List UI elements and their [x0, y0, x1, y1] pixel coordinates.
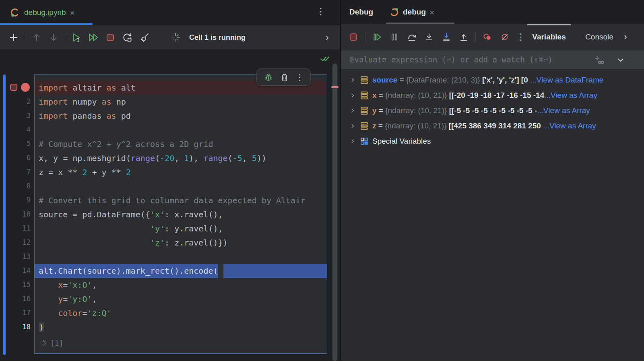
- variable-value: [[-20 -19 -18 -17 -16 -15 -14: [449, 91, 545, 100]
- line-number-4: 4: [0, 123, 31, 137]
- force-step-into-button[interactable]: [441, 31, 452, 43]
- code-line-11[interactable]: 'y': y.ravel(),: [35, 222, 327, 236]
- all-cells-ok-icon: [320, 55, 330, 63]
- notebook-cell[interactable]: import altair as altimport numpy as npim…: [34, 74, 327, 354]
- tab-variables[interactable]: Variables: [527, 24, 571, 50]
- line-number-14: 14: [0, 264, 31, 278]
- active-tab-indicator: [0, 23, 93, 25]
- stop-cell-gutter-icon[interactable]: [10, 83, 18, 91]
- code-line-13[interactable]: [35, 250, 327, 264]
- run-all-cells-button[interactable]: [88, 32, 99, 43]
- step-out-button[interactable]: [458, 31, 469, 43]
- code-line-7[interactable]: z = x ** 2 + y ** 2: [35, 165, 327, 179]
- view-as-link[interactable]: ...View as DataFrame: [530, 76, 603, 85]
- dataframe-icon: [360, 76, 369, 85]
- debug-header: Debug debug ×: [341, 0, 644, 24]
- code-line-2[interactable]: import numpy as np: [35, 95, 327, 109]
- line-number-11: 11: [0, 221, 31, 235]
- resume-program-button[interactable]: [372, 31, 383, 43]
- restart-kernel-button[interactable]: [122, 32, 133, 43]
- code-line-10[interactable]: source = pd.DataFrame({'x': x.ravel(),: [35, 208, 327, 222]
- tab-debug-ipynb[interactable]: debug.ipynb ×: [6, 0, 79, 25]
- caret-block: [218, 264, 223, 278]
- expand-chevron-icon[interactable]: [349, 138, 356, 144]
- array-icon: [360, 122, 369, 130]
- expand-chevron-icon[interactable]: [349, 123, 356, 129]
- expand-chevron-icon[interactable]: [349, 107, 356, 114]
- variable-type: {DataFrame: (210, 3)}: [406, 76, 482, 85]
- tree-row-z[interactable]: z = {ndarray: (10, 21)} [[425 386 349 31…: [341, 118, 644, 134]
- tab-console[interactable]: Console: [581, 24, 617, 50]
- view-as-link[interactable]: ...View as Array: [543, 122, 596, 130]
- view-breakpoints-button[interactable]: [482, 31, 493, 43]
- editor-scrollbar[interactable]: [332, 64, 337, 361]
- code-line-15[interactable]: x='x:O',: [35, 278, 327, 292]
- chevron-right-icon[interactable]: ›: [624, 24, 627, 50]
- code-line-6[interactable]: x, y = np.meshgrid(range(-20, 1), range(…: [35, 151, 327, 165]
- notebook-toolbar: Cell 1 is running ›: [0, 25, 340, 50]
- line-number-16: 16: [0, 292, 31, 306]
- code-line-12[interactable]: 'z': z.ravel()}): [35, 236, 327, 250]
- expand-chevron-icon[interactable]: [349, 77, 356, 83]
- evaluate-placeholder: Evaluate expression (⏎) or add a watch (…: [350, 50, 552, 70]
- chevron-down-icon[interactable]: [615, 55, 626, 65]
- code-line-16[interactable]: y='y:O',: [35, 292, 327, 306]
- tab-title: debug.ipynb: [24, 8, 66, 17]
- breakpoint-icon[interactable]: [21, 83, 30, 92]
- line-number-15: 15: [0, 278, 31, 292]
- move-cell-up-button[interactable]: [31, 32, 42, 43]
- add-watch-icon[interactable]: [594, 55, 604, 65]
- add-cell-button[interactable]: [8, 32, 19, 43]
- tree-row-y[interactable]: y = {ndarray: (10, 21)} [[-5 -5 -5 -5 -5…: [341, 103, 644, 118]
- equals-sign: =: [377, 106, 386, 115]
- close-icon[interactable]: ×: [70, 8, 75, 17]
- code-line-18[interactable]: ): [35, 320, 327, 334]
- line-number-8: 8: [0, 179, 31, 193]
- close-icon[interactable]: ×: [429, 8, 434, 17]
- variable-name: y: [372, 106, 377, 115]
- cell-kebab-menu-icon[interactable]: ⋮: [296, 73, 304, 81]
- equals-sign: =: [397, 76, 406, 85]
- code-line-4[interactable]: [35, 123, 327, 137]
- tab-title: debug: [403, 8, 426, 17]
- chevron-right-icon[interactable]: ›: [326, 32, 329, 43]
- pause-program-button[interactable]: [389, 31, 400, 43]
- execution-count: [1]: [50, 339, 64, 347]
- code-line-17[interactable]: color='z:Q': [35, 306, 327, 320]
- code-line-3[interactable]: import pandas as pd: [35, 109, 327, 123]
- stop-kernel-button[interactable]: [105, 32, 116, 43]
- spinner-icon: [170, 32, 181, 43]
- toolbar-separator: [365, 33, 365, 41]
- code-line-5[interactable]: # Compute x^2 + y^2 across a 2D grid: [35, 137, 327, 151]
- clear-outputs-icon[interactable]: [138, 32, 150, 43]
- expand-chevron-icon[interactable]: [349, 92, 356, 99]
- cell-running-status: Cell 1 is running: [189, 33, 246, 42]
- line-number-3: 3: [0, 109, 31, 123]
- stop-debug-button[interactable]: [348, 31, 359, 43]
- step-into-button[interactable]: [423, 31, 435, 43]
- view-as-link[interactable]: ...View as Array: [544, 91, 597, 100]
- special-variables-label: Special Variables: [372, 137, 431, 146]
- tree-row-x[interactable]: x = {ndarray: (10, 21)} [[-20 -19 -18 -1…: [341, 88, 644, 103]
- evaluate-expression-bar[interactable]: Evaluate expression (⏎) or add a watch (…: [341, 50, 644, 69]
- view-as-link[interactable]: ...View as Array: [537, 106, 590, 115]
- code-line-8[interactable]: [35, 179, 327, 194]
- code-line-14[interactable]: alt.Chart(source).mark_rect().encode(: [35, 264, 327, 278]
- kebab-menu-icon[interactable]: ⋮: [316, 7, 325, 16]
- run-cell-button[interactable]: [71, 32, 82, 43]
- tree-row-source[interactable]: source = {DataFrame: (210, 3)} ['x', 'y'…: [341, 72, 644, 88]
- step-over-button[interactable]: [406, 31, 417, 43]
- notebook-editor-pane: debug.ipynb × ⋮: [0, 0, 340, 361]
- move-cell-down-button[interactable]: [48, 32, 59, 43]
- line-number-5: 5: [0, 137, 31, 151]
- tab-debug-session[interactable]: debug ×: [389, 0, 434, 24]
- delete-cell-icon[interactable]: [280, 72, 289, 82]
- variable-value: [[425 386 349 314 281 250: [449, 122, 543, 130]
- debug-cell-icon[interactable]: [264, 72, 273, 82]
- line-number-9: 9: [0, 193, 31, 207]
- debug-kebab-menu-icon[interactable]: ⋮: [516, 33, 525, 41]
- tree-row-special-variables[interactable]: Special Variables: [341, 134, 644, 149]
- code-line-9[interactable]: # Convert this grid to columnar data exp…: [35, 194, 327, 208]
- mute-breakpoints-button[interactable]: [499, 31, 510, 43]
- variables-tab-underline: [527, 24, 571, 25]
